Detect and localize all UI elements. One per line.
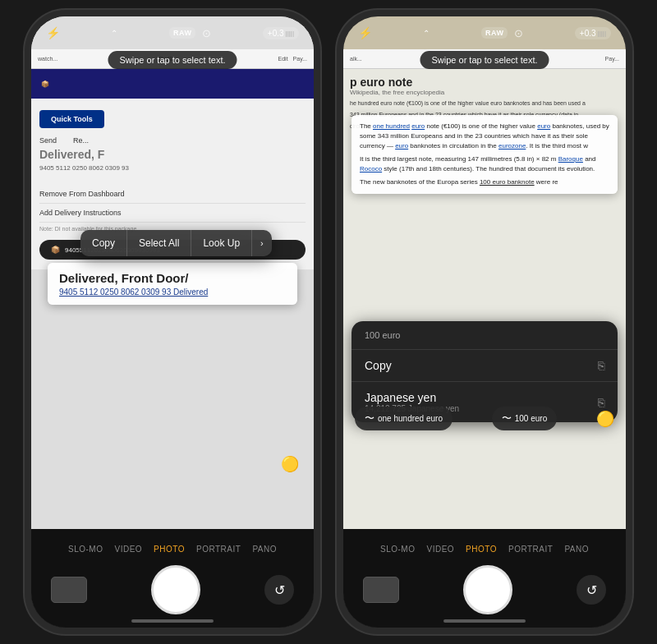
live-text-emoji-left[interactable]: 🟡 [281,455,299,473]
exposure-badge-right: +0.3 ||||| [575,27,611,39]
wiki-subtitle: Wikipedia, the free encyclopedia [350,89,619,96]
right-top-controls: ⚡ ⌃ RAW ⊙ +0.3 ||||| [343,26,626,39]
more-icon[interactable]: › [252,231,272,255]
home-indicator-right [443,619,526,623]
wave-icon-right: 〜 [502,412,512,426]
selected-text-box-left: Delivered, Front Door/ 9405 5112 0250 80… [48,263,297,305]
selected-tracking: 9405 5112 0250 8062 0309 93 Delivered [59,288,286,297]
tracking-num-bg: 9405 5112 0250 8062 0309 93 [39,164,306,172]
shutter-button-left[interactable] [151,565,200,614]
chevron-up-icon: ⌃ [111,29,117,38]
mode-video-left[interactable]: VIDEO [114,545,142,554]
left-viewfinder: watch... iPad0... Edit Pay... 📦 Quick To… [31,16,314,529]
wiki-selected-text1: The one hundred euro note (€100) is one … [360,122,609,151]
mode-portrait-left[interactable]: PORTRAIT [196,545,241,554]
live-photo-icon[interactable]: ⊙ [202,27,211,39]
right-viewfinder: alk... Pay... p euro note Wikipedia, the… [343,16,626,529]
flash-icon[interactable]: ⚡ [46,26,60,39]
ocr-banner-right: Swipe or tap to select text. [420,51,549,69]
mode-photo-left[interactable]: PHOTO [154,545,185,554]
translate-header-row: 100 euro [351,321,618,350]
wiki-title: p euro note [350,76,619,89]
raw-badge[interactable]: RAW [169,27,196,39]
shutter-button-right[interactable] [463,565,512,614]
camera-controls-left: ↺ [31,565,314,614]
flip-camera-button-right[interactable]: ↺ [577,575,606,605]
usps-icon: 📦 [41,80,49,88]
quick-tools-button[interactable]: Quick Tools [39,110,104,128]
camera-controls-right: ↺ [343,565,626,614]
home-indicator-left [131,619,214,623]
select-all-button[interactable]: Select All [127,230,191,256]
mode-pano-right[interactable]: PANO [564,545,589,554]
thumbnail-right[interactable] [363,577,399,603]
wiki-text1: he hundred euro note (€100) is one of th… [350,99,619,108]
add-delivery: Add Delivery Instructions [39,204,306,223]
left-phone: ⚡ ⌃ RAW ⊙ +0.3 ||||| watch... iPad0... E [25,10,320,634]
delivered-heading: Delivered, F [39,148,306,161]
mode-slomo-right[interactable]: SLO-MO [380,545,415,554]
live-text-emoji-right[interactable]: 🟡 [596,410,614,428]
wiki-selected-box: The one hundred euro note (€100) is one … [351,115,618,194]
send-label: Send [39,136,57,145]
ocr-banner-left: Swipe or tap to select text. [108,51,237,69]
chip-one-hundred-euro[interactable]: 〜 one hundred euro [355,407,453,430]
copy-translate-label[interactable]: Copy [365,359,392,372]
thumbnail-left[interactable] [51,577,87,603]
translation-label: Japanese yen [365,391,459,404]
remove-dashboard: Remove From Dashboard [39,185,306,204]
flash-icon-right[interactable]: ⚡ [358,26,372,39]
mode-slomo-left[interactable]: SLO-MO [68,545,103,554]
translate-bottom-bar: 〜 one hundred euro 〜 100 euro 🟡 [351,407,618,430]
wiki-selected-text2: It is the third largest note, measuring … [360,154,609,174]
left-camera-bottom: SLO-MO VIDEO PHOTO PORTRAIT PANO ↺ [31,529,314,628]
mode-portrait-right[interactable]: PORTRAIT [508,545,553,554]
chip-100-euro[interactable]: 〜 100 euro [492,407,557,430]
look-up-button[interactable]: Look Up [191,230,252,256]
translate-header-label: 100 euro [365,330,400,340]
wave-icon-left: 〜 [365,412,374,426]
wiki-selected-text3: The new banknotes of the Europa series 1… [360,177,609,187]
right-camera-bottom: SLO-MO VIDEO PHOTO PORTRAIT PANO ↺ [343,529,626,628]
copy-row[interactable]: Copy ⎘ [351,350,618,382]
raw-badge-right[interactable]: RAW [481,27,508,39]
exposure-badge-left: +0.3 ||||| [263,27,299,39]
right-phone: ⚡ ⌃ RAW ⊙ +0.3 ||||| alk... Pay... [337,10,632,634]
camera-modes-left: SLO-MO VIDEO PHOTO PORTRAIT PANO [68,545,277,554]
package-icon: 📦 [51,246,60,254]
copy-icon: ⎘ [598,359,604,372]
context-menu-left: Copy Select All Look Up › [80,230,272,256]
receive-label: Re... [73,136,89,145]
live-photo-icon-right[interactable]: ⊙ [514,27,523,39]
mode-photo-right[interactable]: PHOTO [466,545,497,554]
left-top-controls: ⚡ ⌃ RAW ⊙ +0.3 ||||| [31,26,314,39]
camera-modes-right: SLO-MO VIDEO PHOTO PORTRAIT PANO [380,545,589,554]
flip-camera-button-left[interactable]: ↺ [264,575,294,605]
mode-pano-left[interactable]: PANO [252,545,277,554]
chevron-up-icon-right: ⌃ [423,29,430,38]
mode-video-right[interactable]: VIDEO [426,545,454,554]
copy-button[interactable]: Copy [80,230,127,256]
selected-delivered: Delivered, Front Door/ [59,271,286,285]
